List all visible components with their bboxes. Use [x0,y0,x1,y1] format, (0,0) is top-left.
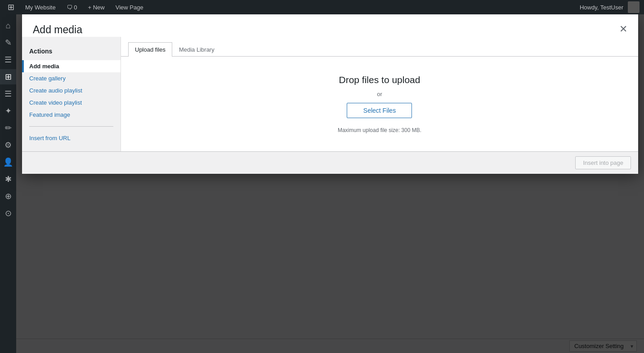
sidebar-media-icon[interactable]: ⊞ [0,69,16,84]
sidebar-pages-icon[interactable]: ☰ [0,52,16,67]
view-page-link[interactable]: View Page [111,0,148,14]
modal-header: Add media ✕ [22,14,638,37]
sidebar-menu-icon[interactable]: ☰ [0,86,16,101]
sidebar-plugins-icon[interactable]: ✱ [0,172,16,187]
modal-tabs: Upload files Media Library [121,42,638,57]
page-wrapper: ⌂ ✎ ☰ ⊞ ☰ ✦ ✏ ⚙ 👤 ✱ ⊕ ⊙ Add media ✕ [0,0,644,353]
tab-media-library[interactable]: Media Library [172,42,221,57]
modal-overlay: Add media ✕ Actions Add media Create gal… [16,14,644,353]
sidebar-item-video-playlist[interactable]: Create video playlist [22,97,121,109]
sidebar-item-create-gallery[interactable]: Create gallery [22,72,121,84]
upload-limit-text: Maximum upload file size: 300 MB. [338,127,421,133]
sidebar-divider [29,126,113,127]
tab-upload-files[interactable]: Upload files [128,42,172,57]
sidebar-home-icon[interactable]: ⌂ [0,18,16,33]
modal-footer: Insert into page [22,151,638,174]
select-files-button[interactable]: Select Files [347,103,412,118]
admin-icon-sidebar: ⌂ ✎ ☰ ⊞ ☰ ✦ ✏ ⚙ 👤 ✱ ⊕ ⊙ [0,14,16,353]
drop-title: Drop files to upload [339,75,420,85]
upload-area: Drop files to upload or Select Files Max… [121,57,638,151]
sidebar-users-icon[interactable]: 👤 [0,154,16,170]
drop-or-text: or [377,91,382,97]
main-content: Add media ✕ Actions Add media Create gal… [16,14,644,353]
sidebar-item-featured-image[interactable]: Featured image [22,109,121,121]
user-avatar [628,1,640,13]
comments-link[interactable]: 🗨 0 [62,0,82,14]
sidebar-circle-icon[interactable]: ⊙ [0,206,16,221]
sidebar-plus-icon[interactable]: ⊕ [0,189,16,204]
sidebar-section-title: Actions [22,44,121,60]
admin-bar: ⊞ My Website 🗨 0 + New View Page Howdy, … [0,0,644,14]
modal-main: Upload files Media Library Drop files to… [121,37,638,151]
sidebar-tools-icon[interactable]: ✏ [0,120,16,136]
admin-bar-right: Howdy, TestUser [580,1,640,13]
sidebar-item-audio-playlist[interactable]: Create audio playlist [22,84,121,97]
sidebar-item-insert-url[interactable]: Insert from URL [22,132,121,144]
modal-sidebar: Actions Add media Create gallery Create … [22,37,121,151]
drop-zone: Drop files to upload or Select Files Max… [338,75,421,133]
modal-close-button[interactable]: ✕ [619,24,627,34]
sidebar-item-add-media[interactable]: Add media [22,60,121,72]
wp-logo-icon[interactable]: ⊞ [4,1,17,13]
modal-body: Actions Add media Create gallery Create … [22,37,638,151]
insert-into-page-button[interactable]: Insert into page [575,156,631,169]
add-media-modal: Add media ✕ Actions Add media Create gal… [22,14,638,174]
sidebar-edit-icon[interactable]: ✎ [0,35,16,50]
sidebar-star-icon[interactable]: ✦ [0,103,16,119]
modal-title: Add media [33,23,82,37]
new-link[interactable]: + New [84,0,109,14]
admin-bar-left: ⊞ My Website 🗨 0 + New View Page [4,0,148,14]
sidebar-settings-icon[interactable]: ⚙ [0,137,16,153]
site-name-link[interactable]: My Website [21,0,60,14]
howdy-text: Howdy, TestUser [580,4,623,11]
